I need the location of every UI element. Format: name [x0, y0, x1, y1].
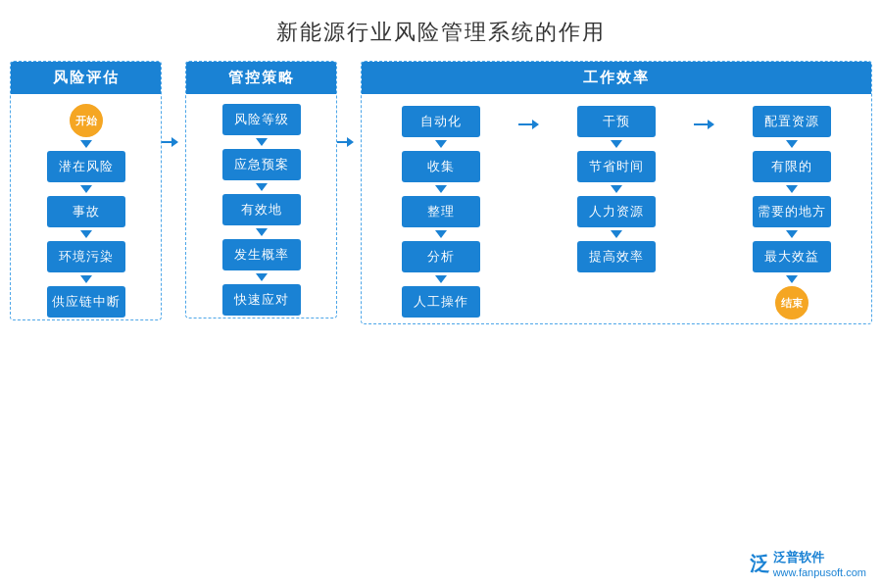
- arrow-down: [611, 230, 622, 238]
- arrow-down: [256, 138, 268, 146]
- arrow-down: [786, 275, 798, 283]
- arrow-down: [80, 140, 92, 148]
- eff-box-1-3: 整理: [402, 196, 480, 227]
- watermark: 泛 泛普软件 www.fanpusoft.com: [750, 549, 866, 578]
- watermark-name: 泛普软件: [773, 549, 866, 566]
- eff-box-2-2: 节省时间: [577, 151, 656, 182]
- arrow-down: [256, 183, 268, 191]
- efficiency-col-3: 配置资源 有限的 需要的地方 最大效益 结束: [716, 98, 867, 323]
- flow-box-ctrl-3: 有效地: [222, 194, 301, 225]
- arrow-down: [435, 275, 447, 283]
- eff-box-1-2: 收集: [402, 151, 480, 182]
- eff-box-3-4: 最大效益: [753, 241, 831, 272]
- arrow-down: [435, 230, 447, 238]
- section-risk-assessment: 风险评估 开始 潜在风险 事故 环境污染 供应链中断: [10, 61, 162, 320]
- watermark-url: www.fanpusoft.com: [773, 566, 866, 578]
- eff-box-3-1: 配置资源: [753, 106, 831, 137]
- flow-box-ctrl-4: 发生概率: [222, 239, 301, 270]
- arrow-down: [80, 275, 92, 283]
- flow-box-ctrl-5: 快速应对: [222, 284, 301, 316]
- flow-box-risk-4: 供应链中断: [47, 286, 125, 318]
- start-circle: 开始: [70, 104, 103, 137]
- efficiency-col-1: 自动化 收集 整理 分析 人工操作: [366, 98, 516, 319]
- arrow-down: [435, 140, 447, 148]
- flow-box-risk-3: 环境污染: [47, 241, 125, 272]
- arrow-down: [786, 140, 798, 148]
- arrow-down: [80, 185, 92, 193]
- eff-box-2-4: 提高效率: [577, 241, 656, 272]
- eff-box-2-3: 人力资源: [577, 196, 656, 227]
- arrow-down: [256, 273, 268, 281]
- section-header-control: 管控策略: [186, 62, 336, 94]
- flow-box-ctrl-1: 风险等级: [222, 104, 301, 135]
- eff-box-1-5: 人工操作: [402, 286, 480, 318]
- arrow-down: [611, 140, 622, 148]
- gap-arrow-2-3: [337, 61, 361, 147]
- gap-arrow-1-2: [162, 61, 185, 147]
- section-control-strategy: 管控策略 风险等级 应急预案 有效地 发生概率 快速应对: [185, 61, 337, 318]
- page-title: 新能源行业风险管理系统的作用: [0, 0, 882, 61]
- arrow-down: [786, 230, 798, 238]
- eff-box-3-3: 需要的地方: [753, 196, 831, 227]
- arrow-down: [611, 185, 622, 193]
- section-header-efficiency: 工作效率: [362, 62, 871, 94]
- flow-box-risk-2: 事故: [47, 196, 125, 227]
- watermark-icon: 泛: [750, 551, 769, 577]
- arrow-down: [256, 228, 268, 236]
- h-arrow-1-2: [518, 120, 539, 129]
- section-header-risk: 风险评估: [11, 62, 161, 94]
- flow-box-risk-1: 潜在风险: [47, 151, 125, 182]
- section-work-efficiency: 工作效率 自动化 收集 整理 分析 人工操作: [361, 61, 872, 324]
- flow-box-ctrl-2: 应急预案: [222, 149, 301, 180]
- efficiency-col-2: 干预 节省时间 人力资源 提高效率: [541, 98, 692, 274]
- arrow-down: [786, 185, 798, 193]
- eff-box-3-2: 有限的: [753, 151, 831, 182]
- arrow-down: [80, 230, 92, 238]
- h-arrow-2-3: [694, 120, 714, 129]
- eff-box-1-4: 分析: [402, 241, 480, 272]
- eff-box-2-1: 干预: [577, 106, 656, 137]
- end-circle: 结束: [775, 286, 808, 319]
- arrow-down: [435, 185, 447, 193]
- eff-box-1-1: 自动化: [402, 106, 480, 137]
